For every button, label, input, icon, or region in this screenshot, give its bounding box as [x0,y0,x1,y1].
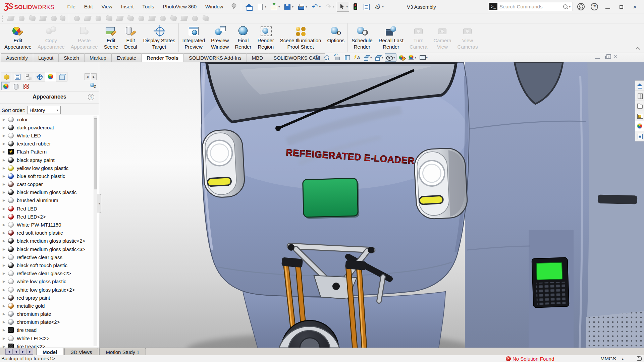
headlight-left[interactable] [202,129,245,198]
disabled-tool-icon[interactable] [6,14,15,22]
panel-splitter-handle[interactable]: ◂ [97,194,101,213]
appearance-item[interactable]: ▶ yellow low gloss plastic [0,164,99,172]
view-settings-button[interactable] [418,53,429,62]
appearance-item[interactable]: ▶ black spray paint [0,156,99,164]
menubar-item[interactable]: View [97,2,117,11]
menubar-item[interactable]: Tools [138,2,158,11]
paste-appearance-button[interactable]: Paste Appearance [68,23,101,52]
quick-toolbar-button[interactable] [282,2,295,12]
expand-arrow-icon[interactable]: ▶ [3,272,8,275]
quick-toolbar-button[interactable] [323,2,336,12]
document-tab[interactable]: 3D Views [64,348,98,356]
menubar-item[interactable]: Edit [80,2,97,11]
view-decals-button[interactable] [21,82,30,90]
render-region-button[interactable]: Render Region [255,23,277,52]
graphics-viewport[interactable]: REFEIGERATED E-LOADER [99,62,644,348]
appearances-scenes-icon[interactable] [635,121,644,131]
view-palette-icon[interactable] [635,111,644,121]
previous-view-button[interactable] [332,53,342,62]
disabled-tool-icon[interactable] [169,14,178,22]
appearance-item[interactable]: ▶ tire tread [0,326,99,334]
command-tab[interactable]: Evaluate [111,53,142,62]
expand-arrow-icon[interactable]: ▶ [3,231,8,235]
panel-scrollbar-thumb[interactable] [94,118,97,189]
quick-toolbar-button[interactable] [310,2,322,12]
license-plate[interactable] [303,178,360,219]
command-tab[interactable]: Markup [84,53,112,62]
copy-appearance-button[interactable]: Copy Appearance [35,23,68,52]
appearance-item[interactable]: ▶ white low gloss plastic [0,278,99,286]
display-style-button[interactable] [374,53,385,62]
appearance-item[interactable]: ▶ black medium gloss plastic [0,188,99,196]
expand-arrow-icon[interactable]: ▶ [3,304,8,308]
zoom-to-area-button[interactable] [322,53,332,62]
appearance-item[interactable]: ▶ chromium plate [0,310,99,318]
expand-arrow-icon[interactable]: ▶ [3,215,8,219]
cab-lower-skirt[interactable] [243,292,445,348]
menubar-item[interactable]: Insert [117,2,138,11]
expand-arrow-icon[interactable]: ▶ [3,320,8,324]
disabled-tool-icon[interactable] [49,14,58,22]
disabled-tool-icon[interactable] [39,14,48,22]
featuremanager-tab[interactable] [1,72,12,81]
render-options-button[interactable] [90,82,96,89]
command-tab[interactable]: Assembly [1,53,33,62]
preview-window-button[interactable]: Preview Window [208,23,232,52]
expand-arrow-icon[interactable]: ▶ [3,239,8,243]
view-orientation-button[interactable] [362,53,373,62]
configurationmanager-tab[interactable] [23,72,34,81]
expand-arrow-icon[interactable]: ▶ [3,255,8,259]
displaymanager-tab[interactable] [45,72,56,81]
section-view-button[interactable] [342,53,352,62]
expand-arrow-icon[interactable]: ▶ [3,190,8,194]
edit-scene-button[interactable]: Edit Scene [101,23,121,52]
restore-button[interactable] [614,0,628,13]
display-states-target-button[interactable]: Display States Target [140,23,179,52]
quick-toolbar-button[interactable] [361,2,371,12]
keypad-device[interactable] [532,257,569,308]
appearance-item[interactable]: ▶ Red LED<2> [0,213,99,221]
close-button[interactable]: × [628,0,641,13]
toolbar-grip[interactable] [2,15,4,22]
pin-toolbar-icon[interactable] [229,2,238,11]
appearance-item[interactable]: ▶ chromium plate<2> [0,318,99,326]
tab-nav-button[interactable]: |◀ [5,349,12,355]
command-tab[interactable]: MBD [247,53,268,62]
view-appearances-button[interactable] [1,82,10,90]
appearance-item[interactable]: ▶ red spray paint [0,294,99,302]
expand-arrow-icon[interactable]: ▶ [3,223,8,227]
appearance-item[interactable]: ▶ textured rubber [0,140,99,148]
disabled-tool-icon[interactable] [201,14,210,22]
expand-arrow-icon[interactable]: ▶ [3,118,8,121]
final-render-button[interactable]: Final Render [232,23,254,52]
dimxpertmanager-tab[interactable] [34,72,45,81]
edit-appearance-button[interactable]: Edit Appearance [1,23,35,52]
menubar-item[interactable]: Window [201,2,227,11]
disabled-tool-icon[interactable] [28,14,37,22]
appearance-item[interactable]: ▶ cast copper [0,180,99,188]
quick-toolbar-button[interactable] [350,2,360,12]
disabled-tool-icon[interactable] [83,14,92,22]
search-dropdown-icon[interactable]: ▾ [569,5,571,8]
appearance-item[interactable]: ▶ black medium gloss plastic<2> [0,237,99,245]
disabled-tool-icon[interactable] [158,14,167,22]
panel-tab-scroll-button[interactable]: ▶ [91,73,97,80]
search-icon[interactable] [563,4,568,9]
vehicle-side-body[interactable] [465,62,644,348]
expand-arrow-icon[interactable]: ▶ [3,207,8,210]
side-vent-slot[interactable] [598,194,638,204]
expand-arrow-icon[interactable]: ▶ [3,263,8,267]
expand-arrow-icon[interactable]: ▶ [3,182,8,186]
pane-extra-tab[interactable] [56,72,67,81]
menubar-item[interactable]: PhotoView 360 [158,2,201,11]
zoom-to-fit-button[interactable] [312,53,322,62]
turn-camera-button[interactable]: Turn Camera [407,23,430,52]
schedule-render-button[interactable]: Schedule Render [348,23,376,52]
custom-properties-icon[interactable] [635,131,644,141]
quick-toolbar-button[interactable] [372,2,385,12]
panel-scrollbar[interactable] [94,116,97,346]
expand-arrow-icon[interactable]: ▶ [3,296,8,300]
appearance-item[interactable]: ▶ White LED<2> [0,334,99,342]
appearance-item[interactable]: ▶ Red LED [0,204,99,213]
quick-toolbar-button[interactable] [269,2,281,12]
